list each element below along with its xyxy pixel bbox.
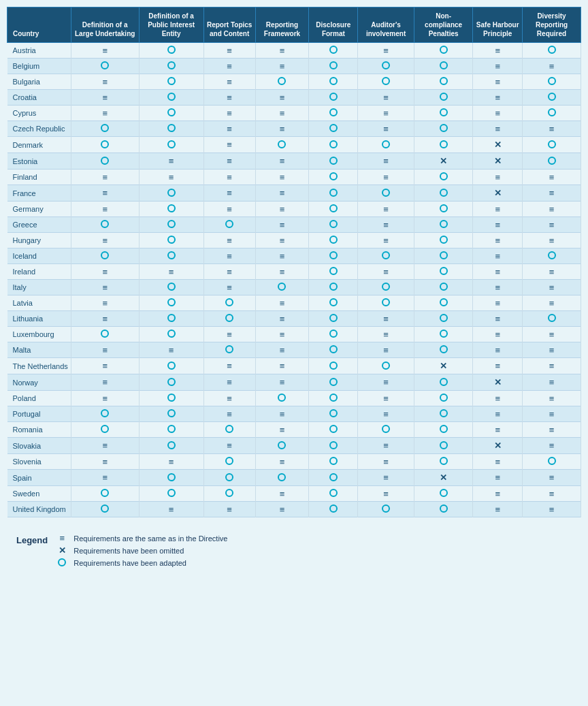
col-definition-of-a-public-interest-entity: Definition of a Public Interest Entity xyxy=(139,7,203,43)
data-cell: ≡ xyxy=(71,43,139,59)
legend-section: Legend ≡Requirements are the same as in … xyxy=(7,527,581,577)
circle-icon xyxy=(225,489,233,497)
equals-icon: ≡ xyxy=(280,315,285,323)
equals-icon: ≡ xyxy=(383,346,389,355)
country-cell: Bulgaria xyxy=(7,74,71,90)
data-cell xyxy=(71,153,139,170)
circle-icon xyxy=(329,172,338,180)
data-cell xyxy=(414,170,473,185)
equals-icon: ≡ xyxy=(495,236,500,245)
table-row: Italy≡≡≡≡ xyxy=(7,280,581,295)
data-cell xyxy=(414,280,473,295)
data-cell xyxy=(309,59,358,74)
data-cell: ≡ xyxy=(523,59,581,74)
data-cell: ≡ xyxy=(523,406,581,422)
country-cell: Czech Republic xyxy=(7,121,71,137)
equals-icon: ≡ xyxy=(495,330,500,339)
circle-icon xyxy=(329,394,338,402)
data-cell: ≡ xyxy=(71,280,139,295)
circle-icon xyxy=(329,236,338,244)
circle-icon xyxy=(440,378,448,386)
data-cell xyxy=(71,486,139,502)
table-row: Austria≡≡≡≡≡ xyxy=(7,43,581,59)
table-header: CountryDefinition of a Large Undertaking… xyxy=(7,7,581,43)
equals-icon: ≡ xyxy=(383,315,389,323)
equals-icon: ≡ xyxy=(280,62,285,71)
data-cell: ≡ xyxy=(203,358,255,374)
equals-icon: ≡ xyxy=(495,173,500,182)
circle-icon xyxy=(329,267,338,275)
equals-icon: ≡ xyxy=(495,458,500,466)
data-cell: ≡ xyxy=(523,233,581,248)
circle-icon xyxy=(440,251,448,259)
data-cell xyxy=(71,217,139,233)
data-cell: ≡ xyxy=(523,470,581,486)
equals-icon: ≡ xyxy=(495,346,500,355)
legend-symbol xyxy=(56,558,68,568)
data-cell: ≡ xyxy=(203,438,255,454)
data-cell xyxy=(414,43,473,59)
country-cell: Lithuania xyxy=(7,311,71,327)
circle-icon xyxy=(329,441,338,449)
col-disclosure-format: Disclosure Format xyxy=(309,7,358,43)
table-row: The Netherlands≡≡≡✕≡≡ xyxy=(7,358,581,374)
circle-icon xyxy=(440,93,448,101)
circle-icon xyxy=(167,251,176,259)
table-row: Denmark≡✕ xyxy=(7,137,581,153)
data-cell: ≡ xyxy=(255,90,309,106)
data-cell: ≡ xyxy=(255,121,309,137)
equals-icon: ≡ xyxy=(495,299,500,308)
circle-icon xyxy=(440,283,448,291)
table-row: Czech Republic≡≡≡≡≡ xyxy=(7,121,581,137)
data-cell xyxy=(414,106,473,121)
circle-icon xyxy=(167,124,176,132)
equals-icon: ≡ xyxy=(549,441,555,450)
data-cell: ✕ xyxy=(473,438,523,454)
data-cell xyxy=(523,248,581,264)
data-cell: ≡ xyxy=(203,106,255,121)
equals-icon: ≡ xyxy=(227,236,232,245)
data-cell xyxy=(523,137,581,153)
equals-icon: ≡ xyxy=(169,505,174,514)
data-cell: ≡ xyxy=(473,217,523,233)
data-cell xyxy=(139,311,203,327)
data-cell xyxy=(414,342,473,358)
data-cell xyxy=(139,185,203,202)
data-cell: ≡ xyxy=(139,454,203,470)
circle-icon xyxy=(329,298,338,306)
data-cell xyxy=(414,422,473,438)
equals-icon: ≡ xyxy=(227,362,232,370)
country-cell: Italy xyxy=(7,280,71,295)
equals-icon: ≡ xyxy=(495,78,500,86)
data-cell xyxy=(309,422,358,438)
equals-icon: ≡ xyxy=(495,283,500,292)
table-row: Belgium≡≡≡≡ xyxy=(7,59,581,74)
circle-icon xyxy=(167,93,176,101)
circle-icon xyxy=(548,457,556,465)
data-cell: ≡ xyxy=(358,106,414,121)
circle-icon xyxy=(167,77,176,85)
data-cell: ≡ xyxy=(523,391,581,406)
circle-icon xyxy=(167,394,176,402)
data-cell: ≡ xyxy=(473,454,523,470)
country-cell: United Kingdom xyxy=(7,502,71,517)
circle-icon xyxy=(329,157,338,165)
equals-icon: ≡ xyxy=(549,236,555,245)
data-cell xyxy=(203,422,255,438)
circle-icon xyxy=(167,46,176,54)
circle-icon xyxy=(101,489,109,497)
legend-item: Requirements have been adapted xyxy=(56,558,227,568)
equals-icon: ≡ xyxy=(495,205,500,214)
circle-icon xyxy=(440,140,448,148)
equals-icon: ≡ xyxy=(169,173,174,182)
data-cell: ≡ xyxy=(139,342,203,358)
equals-icon: ≡ xyxy=(280,458,285,466)
equals-icon: ≡ xyxy=(102,236,108,245)
data-cell: ≡ xyxy=(473,391,523,406)
circle-icon xyxy=(167,204,176,212)
data-cell: ✕ xyxy=(414,358,473,374)
data-cell xyxy=(309,454,358,470)
data-cell xyxy=(414,233,473,248)
data-cell xyxy=(523,43,581,59)
equals-icon: ≡ xyxy=(383,125,389,133)
